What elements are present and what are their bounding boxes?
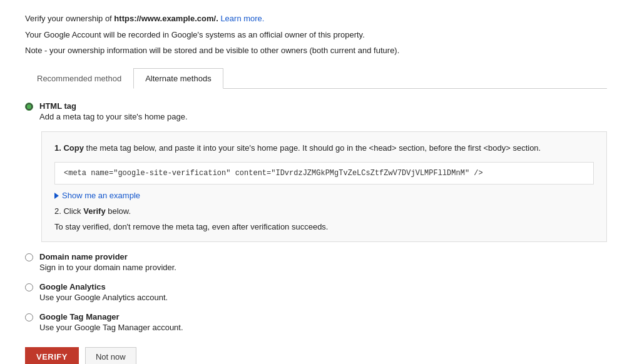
google-analytics-radio[interactable]: [25, 283, 33, 291]
domain-bold: https://www.example.com/.: [114, 14, 218, 23]
google-tag-manager-label[interactable]: Google Tag Manager: [39, 312, 120, 321]
buttons-row: VERIFY Not now: [25, 347, 607, 364]
step1-text: 1. Copy the meta tag below, and paste it…: [54, 142, 594, 155]
show-example-link[interactable]: Show me an example: [54, 191, 594, 200]
step1-prefix: 1. Copy the meta tag below, and paste it…: [54, 143, 541, 153]
triangle-icon: [54, 193, 59, 199]
intro-ownership: Verify your ownership of https://www.exa…: [25, 13, 607, 25]
not-now-button[interactable]: Not now: [85, 347, 136, 364]
domain-name-radio[interactable]: [25, 253, 33, 261]
html-tag-radio[interactable]: [25, 103, 33, 111]
account-note-line1: Your Google Account will be recorded in …: [25, 29, 607, 41]
tab-recommended[interactable]: Recommended method: [25, 68, 133, 89]
google-tag-manager-radio[interactable]: [25, 313, 33, 321]
html-tag-label[interactable]: HTML tag: [39, 101, 76, 111]
domain-name-option-row: Domain name provider Sign in to your dom…: [25, 252, 607, 272]
google-tag-manager-description: Use your Google Tag Manager account.: [39, 323, 183, 332]
verify-button[interactable]: VERIFY: [25, 347, 79, 364]
google-analytics-content: Google Analytics Use your Google Analyti…: [39, 282, 168, 302]
stay-verified-text: To stay verified, don't remove the meta …: [54, 222, 594, 231]
html-tag-option-row: HTML tag Add a meta tag to your site's h…: [25, 101, 607, 121]
html-tag-box: 1. Copy the meta tag below, and paste it…: [41, 131, 607, 243]
ownership-text: Verify your ownership of: [25, 14, 114, 23]
google-tag-manager-option-row: Google Tag Manager Use your Google Tag M…: [25, 312, 607, 332]
domain-name-description: Sign in to your domain name provider.: [39, 263, 176, 272]
google-analytics-description: Use your Google Analytics account.: [39, 293, 168, 302]
tab-alternate[interactable]: Alternate methods: [133, 68, 223, 89]
show-example-text: Show me an example: [62, 191, 140, 200]
step1-number: 1.: [54, 143, 63, 153]
google-analytics-label[interactable]: Google Analytics: [39, 282, 106, 291]
verify-bold: Verify: [83, 206, 105, 216]
google-analytics-option-row: Google Analytics Use your Google Analyti…: [25, 282, 607, 302]
meta-tag-code: <meta name="google-site-verification" co…: [54, 162, 594, 185]
google-tag-manager-content: Google Tag Manager Use your Google Tag M…: [39, 312, 183, 332]
content-area: HTML tag Add a meta tag to your site's h…: [25, 89, 607, 365]
domain-name-content: Domain name provider Sign in to your dom…: [39, 252, 176, 272]
account-note-line2: Note - your ownership information will b…: [25, 44, 607, 57]
step1-copy: Copy: [63, 143, 84, 153]
html-tag-option-content: HTML tag Add a meta tag to your site's h…: [39, 101, 188, 121]
html-tag-description: Add a meta tag to your site's home page.: [39, 112, 188, 121]
learn-more-link[interactable]: Learn more.: [220, 14, 264, 23]
step2-text: 2. Click Verify below.: [54, 206, 594, 216]
domain-name-label[interactable]: Domain name provider: [39, 252, 128, 261]
tabs-container: Recommended method Alternate methods: [25, 68, 607, 89]
